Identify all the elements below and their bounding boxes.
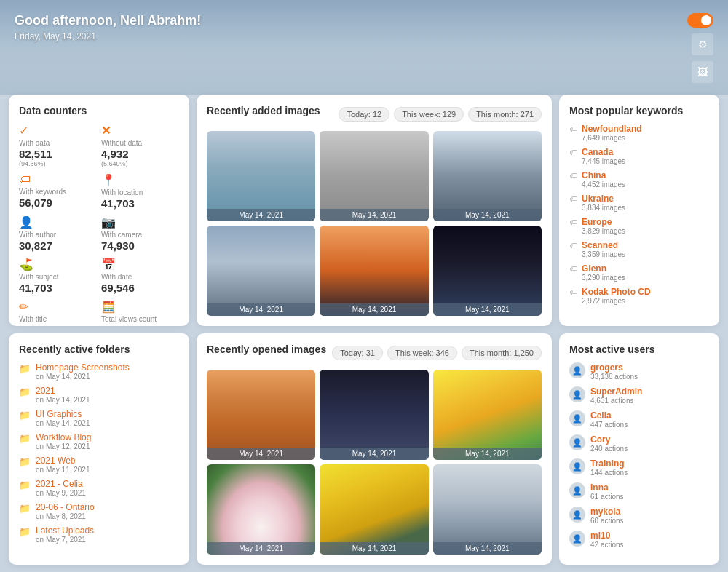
title-value: 28,197 [19,324,52,326]
user-name-6: Inna [590,482,624,493]
author-label: With author [19,231,56,239]
folder-celia[interactable]: 📁 2021 - Celia on May 9, 2021 [19,479,179,497]
keyword-canada[interactable]: 🏷 Canada 7,445 images [569,147,709,165]
keyword-europe[interactable]: 🏷 Europe 3,829 images [569,217,709,235]
kw-tag-icon-8: 🏷 [569,287,577,296]
user-name-7: mykola [590,507,624,517]
folder-name-7: 20-06 - Ontario [36,502,95,512]
folder-latest[interactable]: 📁 Latest Uploads on May 7, 2021 [19,525,179,544]
author-value: 30,827 [19,239,52,252]
folders-title: Recently active folders [19,343,179,355]
added-image-4[interactable]: May 14, 2021 [207,226,315,316]
location-value: 41,703 [101,197,135,210]
kw-count-6: 3,359 images [582,250,625,258]
recently-added-badges: Today: 12 This week: 129 This month: 271 [339,107,542,122]
user-training[interactable]: 👤 Training 144 actions [569,458,709,477]
folder-name-5: 2021 Web [36,456,90,466]
folder-workflow[interactable]: 📁 Workflow Blog on May 12, 2021 [19,432,179,450]
keywords-card: Most popular keywords 🏷 Newfoundland 7,6… [559,95,719,326]
user-actions-3: 447 actions [590,421,628,429]
kw-name-3: China [582,170,625,180]
folder-2021-web[interactable]: 📁 2021 Web on May 11, 2021 [19,456,179,474]
user-superadmin[interactable]: 👤 SuperAdmin 4,631 actions [569,386,709,405]
opened-image-3[interactable]: May 14, 2021 [433,370,542,460]
added-image-5[interactable]: May 14, 2021 [320,226,428,316]
keyword-kodak[interactable]: 🏷 Kodak Photo CD 2,972 images [569,287,709,305]
subject-label: With subject [19,273,58,281]
added-image-3[interactable]: May 14, 2021 [433,131,542,221]
folder-date-1: on May 14, 2021 [36,373,130,381]
folder-name-4: Workflow Blog [36,432,91,442]
kw-count-3: 4,452 images [582,180,625,188]
without-data-value: 4,932 [101,148,129,160]
opened-image-2[interactable]: May 14, 2021 [320,370,428,460]
counter-views: 🧮 Total views count 272,941 [101,300,179,326]
user-celia[interactable]: 👤 Celia 447 actions [569,410,709,429]
counter-without-data: ✕ Without data 4,932 (5.640%) [101,124,179,167]
keyword-newfoundland[interactable]: 🏷 Newfoundland 7,649 images [569,124,709,142]
opened-image-1-date: May 14, 2021 [207,448,315,460]
added-image-6-date: May 14, 2021 [433,303,542,316]
flag-icon: ⛳ [19,258,33,271]
opened-image-5[interactable]: May 14, 2021 [320,464,428,555]
user-avatar-4: 👤 [569,434,585,450]
added-image-6[interactable]: May 14, 2021 [433,226,542,316]
folder-ui-graphics[interactable]: 📁 UI Graphics on May 14, 2021 [19,409,179,427]
user-name-1: grogers [590,362,638,373]
user-grogers[interactable]: 👤 grogers 33,138 actions [569,362,709,381]
user-name-2: SuperAdmin [590,386,642,397]
theme-toggle[interactable] [687,13,713,28]
folder-2021[interactable]: 📁 2021 on May 14, 2021 [19,386,179,404]
recently-opened-card: Recently opened images Today: 31 This we… [197,333,552,565]
folder-ontario[interactable]: 📁 20-06 - Ontario on May 8, 2021 [19,502,179,520]
kw-count-1: 7,649 images [582,134,642,142]
user-mykola[interactable]: 👤 mykola 60 actions [569,507,709,525]
counter-with-data: ✓ With data 82,511 (94.36%) [19,124,97,167]
folder-homepage[interactable]: 📁 Homepage Screenshots on May 14, 2021 [19,362,179,381]
opened-image-1[interactable]: May 14, 2021 [207,370,315,460]
today-badge: Today: 12 [339,107,389,122]
opened-image-4[interactable]: May 14, 2021 [207,464,315,555]
user-avatar-7: 👤 [569,507,585,523]
user-actions-5: 144 actions [590,469,628,477]
kw-count-5: 3,829 images [582,227,625,235]
opened-month-badge: This month: 1,250 [462,346,542,360]
user-inna[interactable]: 👤 Inna 61 actions [569,482,709,501]
keyword-scanned[interactable]: 🏷 Scanned 3,359 images [569,240,709,258]
recently-opened-grid: May 14, 2021 May 14, 2021 May 14, 2021 M… [207,370,542,555]
user-cory[interactable]: 👤 Cory 240 actions [569,434,709,453]
added-image-2[interactable]: May 14, 2021 [320,131,428,221]
users-card: Most active users 👤 grogers 33,138 actio… [559,333,719,565]
opened-image-6[interactable]: May 14, 2021 [433,464,542,555]
folder-date-2: on May 14, 2021 [36,396,90,404]
added-image-5-date: May 14, 2021 [320,303,428,316]
opened-image-4-date: May 14, 2021 [207,542,315,555]
kw-tag-icon-3: 🏷 [569,171,577,180]
greeting-text: Good afternoon, Neil Abrahm! [15,13,201,28]
header: Good afternoon, Neil Abrahm! Friday, May… [0,0,728,95]
kw-name-1: Newfoundland [582,124,642,134]
month-badge: This month: 271 [468,107,542,122]
date-text: Friday, May 14, 2021 [15,31,201,41]
recently-added-header: Recently added images Today: 12 This wee… [207,105,542,124]
added-image-3-date: May 14, 2021 [433,209,542,221]
user-avatar-5: 👤 [569,458,585,474]
settings-button[interactable]: ⚙ [692,33,713,55]
calendar-icon: 📅 [101,258,116,271]
user-avatar-3: 👤 [569,410,585,426]
image-view-button[interactable]: 🖼 [692,61,713,83]
main-content: Data counters ✓ With data 82,511 (94.36%… [0,87,728,572]
kw-name-2: Canada [582,147,625,157]
keyword-ukraine[interactable]: 🏷 Ukraine 3,834 images [569,194,709,212]
user-name-4: Cory [590,434,628,445]
user-mi10[interactable]: 👤 mi10 42 actions [569,531,709,549]
added-image-1[interactable]: May 14, 2021 [207,131,315,221]
keyword-china[interactable]: 🏷 China 4,452 images [569,170,709,188]
opened-image-3-date: May 14, 2021 [433,448,542,460]
users-title: Most active users [569,343,709,355]
kw-tag-icon-2: 🏷 [569,148,577,156]
keyword-glenn[interactable]: 🏷 Glenn 3,290 images [569,263,709,282]
keywords-list: 🏷 Newfoundland 7,649 images 🏷 Canada 7,4… [569,124,709,305]
pin-icon: 📍 [101,173,116,187]
folder-icon-1: 📁 [19,363,31,374]
